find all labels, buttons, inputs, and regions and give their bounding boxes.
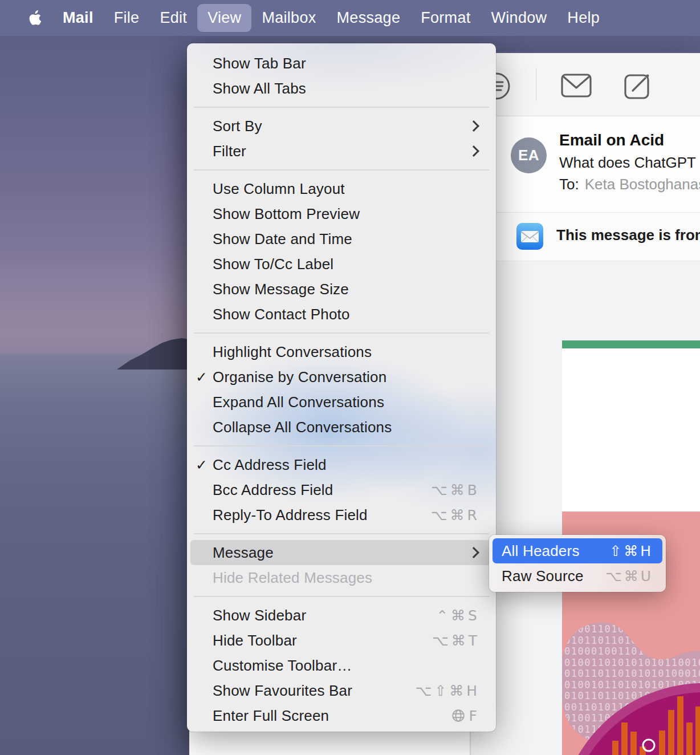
menu-item-label: Expand All Conversations	[213, 393, 384, 411]
shortcut-label: ⌥⌘R	[431, 507, 480, 523]
mailing-list-banner: This message is from a mailing list.	[471, 213, 700, 261]
shortcut-label: ⌥⇧⌘H	[415, 683, 480, 699]
menu-bar: MailFileEditViewMailboxMessageFormatWind…	[0, 0, 700, 36]
menu-item-label: Message	[213, 544, 274, 562]
menu-item-label: Show Bottom Preview	[213, 205, 360, 223]
menu-item-sort-by[interactable]: Sort By	[190, 113, 493, 139]
menu-item-label: Show Contact Photo	[213, 306, 350, 323]
menu-item-reply-to-address-field[interactable]: Reply-To Address Field⌥⌘R	[190, 502, 493, 527]
menu-item-filter[interactable]: Filter	[190, 139, 493, 164]
view-menu-panel: Show Tab BarShow All TabsSort ByFilterUs…	[187, 43, 496, 732]
menu-separator	[194, 107, 489, 108]
menu-item-label: Show Sidebar	[213, 607, 306, 624]
menu-item-label: Collapse All Conversations	[213, 419, 392, 436]
menu-item-label: Hide Toolbar	[213, 632, 297, 650]
avatar: EA	[511, 137, 547, 173]
menu-item-label: Customise Toolbar…	[213, 657, 352, 675]
menu-item-label: Sort By	[213, 117, 262, 135]
checkmark-icon: ✓	[190, 457, 213, 473]
email-subject: What does ChatGPT even know about email?…	[559, 154, 700, 172]
svg-text:010110110101010100010100: 010110110101010100010100	[564, 668, 700, 679]
menu-item-show-bottom-preview[interactable]: Show Bottom Preview	[190, 201, 493, 226]
menu-item-label: Highlight Conversations	[213, 343, 372, 361]
menu-item-organise-by-conversation[interactable]: ✓Organise by Conversation	[190, 364, 493, 389]
to-label: To:	[559, 176, 579, 193]
compose-icon[interactable]	[624, 71, 652, 100]
menu-item-label: Show Message Size	[213, 281, 349, 298]
email-green-bar	[562, 340, 700, 348]
menu-item-bcc-address-field[interactable]: Bcc Address Field⌥⌘B	[190, 477, 493, 502]
menu-item-label: Hide Related Messages	[213, 569, 372, 587]
message-submenu-panel: All Headers⇧⌘HRaw Source⌥⌘U	[489, 535, 666, 592]
menu-item-hide-toolbar[interactable]: Hide Toolbar⌥⌘T	[190, 628, 493, 653]
menu-item-highlight-conversations[interactable]: Highlight Conversations	[190, 339, 493, 364]
submenu-chevron-icon	[468, 120, 479, 132]
submenu-item-label: All Headers	[502, 542, 580, 560]
menu-item-label: Show To/Cc Label	[213, 255, 333, 273]
menu-item-show-date-and-time[interactable]: Show Date and Time	[190, 226, 493, 251]
shortcut-label: F	[451, 708, 480, 724]
apple-icon[interactable]	[17, 4, 52, 32]
menu-item-label: Reply-To Address Field	[213, 506, 368, 524]
menu-item-customise-toolbar[interactable]: Customise Toolbar…	[190, 653, 493, 678]
shortcut-label: ⌥⌘T	[432, 632, 480, 649]
submenu-item-all-headers[interactable]: All Headers⇧⌘H	[493, 538, 662, 563]
menu-item-label: Use Column Layout	[213, 180, 345, 198]
menu-separator	[194, 169, 489, 171]
menubar-item-window[interactable]: Window	[481, 4, 557, 32]
menu-item-show-favourites-bar[interactable]: Show Favourites Bar⌥⇧⌘H	[190, 678, 493, 703]
email-content-card	[562, 340, 700, 512]
submenu-chevron-icon	[468, 145, 479, 157]
menu-item-show-sidebar[interactable]: Show Sidebar⌃⌘S	[190, 603, 493, 628]
menu-item-label: Show All Tabs	[213, 80, 306, 98]
menu-item-show-tab-bar[interactable]: Show Tab Bar	[190, 51, 493, 76]
menubar-item-help[interactable]: Help	[557, 4, 610, 32]
svg-text:010011010101010110010100: 010011010101010110010100	[564, 657, 700, 668]
submenu-item-raw-source[interactable]: Raw Source⌥⌘U	[493, 563, 662, 588]
menu-item-hide-related-messages: Hide Related Messages	[190, 565, 493, 590]
mail-app-icon	[516, 223, 543, 250]
submenu-item-label: Raw Source	[502, 567, 584, 585]
menu-item-show-contact-photo[interactable]: Show Contact Photo	[190, 302, 493, 327]
menu-item-enter-full-screen[interactable]: Enter Full ScreenF	[190, 703, 493, 728]
menu-item-label: Filter	[213, 143, 246, 160]
menu-item-label: Bcc Address Field	[213, 481, 333, 499]
email-view: EA Email on Acid What does ChatGPT even …	[471, 116, 700, 755]
sender-name: Email on Acid	[559, 131, 664, 149]
recipient-name[interactable]: Keta Bostoghanass	[585, 176, 700, 193]
menu-item-label: Organise by Conversation	[213, 368, 386, 386]
to-line: To:Keta Bostoghanass	[559, 176, 700, 193]
menu-separator	[194, 596, 489, 597]
menu-item-show-to-cc-label[interactable]: Show To/Cc Label	[190, 251, 493, 277]
menu-item-show-message-size[interactable]: Show Message Size	[190, 277, 493, 302]
menubar-item-mail[interactable]: Mail	[52, 4, 104, 32]
banner-text: This message is from a mailing list.	[556, 226, 700, 244]
menubar-item-mailbox[interactable]: Mailbox	[251, 4, 326, 32]
new-mail-icon[interactable]	[561, 74, 592, 98]
shortcut-label: ⌃⌘S	[436, 607, 480, 624]
menubar-item-format[interactable]: Format	[410, 4, 481, 32]
email-body: 0100110101010110110101001000100110101010…	[471, 261, 700, 755]
menu-separator	[194, 332, 489, 334]
menu-item-label: Show Date and Time	[213, 230, 352, 248]
checkmark-icon: ✓	[190, 369, 213, 385]
menu-separator	[194, 445, 489, 446]
menubar-item-edit[interactable]: Edit	[149, 4, 197, 32]
toolbar-divider	[536, 68, 536, 101]
menu-separator	[194, 533, 489, 534]
email-header: EA Email on Acid What does ChatGPT even …	[471, 116, 700, 213]
shortcut-label: ⇧⌘H	[609, 543, 653, 559]
menu-item-cc-address-field[interactable]: ✓Cc Address Field	[190, 452, 493, 477]
menu-item-label: Cc Address Field	[213, 456, 327, 474]
island-silhouette	[0, 0, 194, 399]
menu-item-show-all-tabs[interactable]: Show All Tabs	[190, 76, 493, 101]
menu-item-label: Show Favourites Bar	[213, 682, 352, 700]
shortcut-label: ⌥⌘U	[605, 568, 653, 584]
menu-item-message[interactable]: Message	[190, 540, 493, 565]
menu-item-collapse-all-conversations[interactable]: Collapse All Conversations	[190, 415, 493, 440]
menubar-item-message[interactable]: Message	[327, 4, 411, 32]
menu-item-expand-all-conversations[interactable]: Expand All Conversations	[190, 389, 493, 415]
menubar-item-file[interactable]: File	[104, 4, 150, 32]
menubar-item-view[interactable]: View	[197, 4, 251, 32]
menu-item-use-column-layout[interactable]: Use Column Layout	[190, 176, 493, 201]
